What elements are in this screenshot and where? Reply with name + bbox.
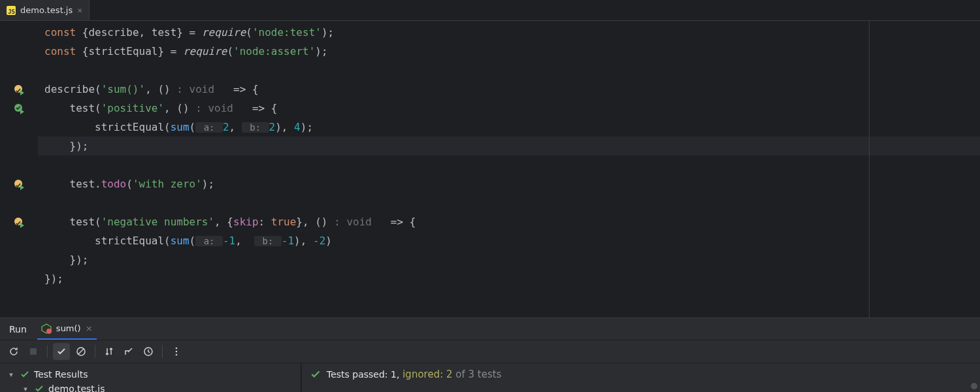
tree-label: demo.test.js [48, 384, 105, 392]
sort-button[interactable] [101, 343, 118, 360]
javascript-file-icon: JS [7, 6, 16, 15]
code-line[interactable]: test('positive', () : void => { [38, 99, 980, 118]
code-line[interactable]: }); [38, 250, 980, 269]
test-tree[interactable]: ▾ Test Results ▾ demo.test.js [0, 363, 302, 392]
run-test-icon[interactable] [14, 217, 24, 227]
code-line[interactable]: describe('sum()', () : void => { [38, 80, 980, 99]
svg-point-12 [176, 354, 178, 356]
close-icon[interactable]: × [77, 5, 82, 15]
editor-tab[interactable]: JS demo.test.js × [0, 0, 90, 20]
svg-rect-6 [30, 348, 37, 355]
close-icon[interactable]: × [86, 323, 93, 333]
tree-root[interactable]: ▾ Test Results [7, 367, 294, 382]
rerun-button[interactable] [5, 343, 22, 360]
history-button[interactable] [140, 343, 157, 360]
code-content[interactable]: const {describe, test} = require('node:t… [38, 21, 980, 318]
code-line[interactable]: test.todo('with zero'); [38, 174, 980, 193]
run-test-icon[interactable] [14, 179, 24, 189]
code-line[interactable] [38, 193, 980, 212]
tests-total-text: of 3 tests [453, 368, 502, 380]
separator [95, 345, 95, 358]
chevron-down-icon[interactable]: ▾ [7, 370, 16, 379]
test-output[interactable]: Tests passed: 1, ignored: 2 of 3 tests [302, 363, 980, 392]
code-line[interactable]: strictEqual(sum( a: 2, b: 2), 4); [38, 118, 980, 137]
run-test-icon[interactable] [14, 84, 24, 95]
editor-tab-bar: JS demo.test.js × [0, 0, 980, 21]
tab-filename: demo.test.js [20, 5, 73, 15]
run-panel-header: Run sum() × [0, 318, 980, 340]
code-editor[interactable]: const {describe, test} = require('node:t… [0, 21, 980, 318]
tests-passed-text: Tests passed: 1, [327, 369, 399, 380]
code-line[interactable]: }); [38, 137, 980, 155]
editor-gutter [0, 21, 38, 318]
right-margin-ruler [869, 21, 870, 318]
code-line[interactable] [38, 61, 980, 80]
test-toolbar [0, 340, 980, 363]
tests-ignored-text: ignored: 2 [402, 368, 452, 380]
test-passed-icon [310, 368, 321, 380]
show-ignored-button[interactable] [73, 343, 90, 360]
test-passed-icon [20, 369, 30, 380]
scrollbar[interactable] [971, 383, 977, 389]
separator [162, 345, 163, 358]
svg-point-5 [46, 329, 52, 334]
code-line[interactable]: strictEqual(sum( a: -1, b: -1), -2) [38, 231, 980, 250]
stop-button[interactable] [25, 343, 42, 360]
code-line[interactable] [38, 155, 980, 174]
run-config-name: sum() [56, 323, 81, 333]
svg-line-8 [78, 349, 84, 354]
tree-file[interactable]: ▾ demo.test.js [7, 382, 294, 392]
nodejs-icon [41, 323, 52, 334]
run-config-tab[interactable]: sum() × [37, 318, 97, 340]
svg-point-10 [176, 348, 178, 350]
show-passed-button[interactable] [53, 343, 70, 360]
test-results-panel: ▾ Test Results ▾ demo.test.js Tests pass… [0, 363, 980, 392]
run-test-passed-icon[interactable] [14, 103, 24, 114]
svg-point-11 [176, 351, 178, 353]
more-options-button[interactable] [168, 343, 185, 360]
code-line[interactable]: }); [38, 269, 980, 288]
expand-all-button[interactable] [120, 343, 137, 360]
code-line[interactable]: const {describe, test} = require('node:t… [38, 23, 980, 42]
code-line[interactable]: test('negative numbers', {skip: true}, (… [38, 212, 980, 231]
separator [47, 345, 48, 358]
chevron-down-icon[interactable]: ▾ [21, 385, 30, 393]
test-passed-icon [34, 384, 44, 392]
tree-label: Test Results [34, 369, 88, 380]
run-panel-title[interactable]: Run [9, 324, 27, 335]
code-line[interactable]: const {strictEqual} = require('node:asse… [38, 42, 980, 61]
